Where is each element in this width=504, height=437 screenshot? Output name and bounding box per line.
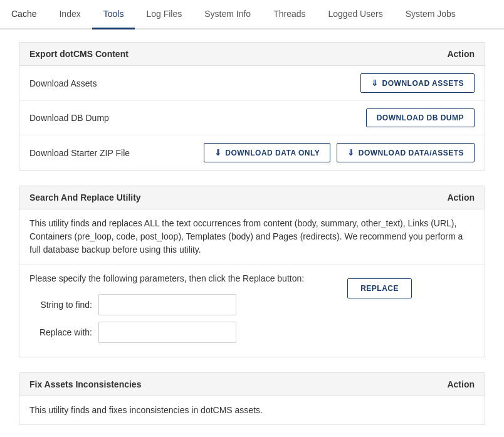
string-to-find-label: String to find: [29, 300, 98, 310]
tab-cache[interactable]: Cache [0, 0, 48, 29]
download-starter-zip-actions: ⇓ DOWNLOAD DATA ONLY ⇓ DOWNLOAD DATA/ASS… [204, 143, 475, 162]
search-replace-form-inner: Please specify the following parameters,… [29, 272, 475, 349]
replace-button[interactable]: REPLACE [347, 278, 412, 298]
tab-system-info[interactable]: System Info [193, 0, 262, 29]
download-db-dump-actions: DOWNLOAD DB DUMP [366, 108, 475, 127]
fix-assets-action-label: Action [447, 379, 475, 389]
string-to-find-row: String to find: [29, 294, 347, 315]
download-data-only-icon: ⇓ [214, 148, 222, 157]
download-data-only-label: DOWNLOAD DATA ONLY [225, 149, 320, 157]
download-icon: ⇓ [371, 78, 379, 88]
main-content: Export dotCMS Content Action Download As… [0, 29, 504, 437]
download-assets-button-label: DOWNLOAD ASSETS [382, 79, 464, 88]
tab-system-jobs[interactable]: System Jobs [394, 0, 467, 29]
search-replace-fields: Please specify the following parameters,… [29, 272, 347, 349]
download-data-assets-icon: ⇓ [347, 148, 355, 157]
download-starter-zip-label: Download Starter ZIP File [29, 148, 130, 158]
search-replace-action-label: Action [447, 192, 475, 203]
replace-with-row: Replace with: [29, 322, 347, 343]
export-action-label: Action [447, 49, 475, 59]
search-replace-section-header: Search And Replace Utility Action [19, 186, 485, 209]
replace-button-area: REPLACE [347, 272, 475, 298]
fix-assets-description: This utility finds and fixes inconsisten… [19, 396, 485, 424]
tab-index[interactable]: Index [48, 0, 92, 29]
tab-log-files[interactable]: Log Files [135, 0, 193, 29]
tab-bar: Cache Index Tools Log Files System Info … [0, 0, 504, 29]
fix-assets-section-header: Fix Assets Inconsistencies Action [19, 373, 485, 396]
export-section-header: Export dotCMS Content Action [19, 43, 485, 66]
search-replace-title: Search And Replace Utility [29, 192, 141, 203]
download-assets-actions: ⇓ DOWNLOAD ASSETS [360, 73, 475, 93]
export-section: Export dotCMS Content Action Download As… [19, 42, 485, 171]
download-db-dump-label: Download DB Dump [29, 113, 109, 123]
download-db-dump-row: Download DB Dump DOWNLOAD DB DUMP [19, 101, 485, 135]
download-data-only-button[interactable]: ⇓ DOWNLOAD DATA ONLY [204, 143, 331, 162]
search-replace-form-intro: Please specify the following parameters,… [29, 272, 347, 285]
download-data-assets-label: DOWNLOAD DATA/ASSETS [359, 149, 464, 157]
tab-tools[interactable]: Tools [92, 0, 135, 29]
download-starter-zip-row: Download Starter ZIP File ⇓ DOWNLOAD DAT… [19, 135, 485, 170]
fix-assets-title: Fix Assets Inconsistencies [29, 379, 141, 389]
download-assets-button[interactable]: ⇓ DOWNLOAD ASSETS [360, 73, 475, 93]
replace-with-input[interactable] [98, 322, 236, 343]
download-data-assets-button[interactable]: ⇓ DOWNLOAD DATA/ASSETS [337, 143, 475, 162]
search-replace-form: Please specify the following parameters,… [19, 265, 485, 357]
download-db-dump-button-label: DOWNLOAD DB DUMP [377, 113, 464, 122]
search-replace-description: This utility finds and replaces ALL the … [19, 209, 485, 265]
string-to-find-input[interactable] [98, 294, 236, 315]
export-section-title: Export dotCMS Content [29, 49, 129, 59]
download-assets-row: Download Assets ⇓ DOWNLOAD ASSETS [19, 66, 485, 101]
tab-threads[interactable]: Threads [262, 0, 317, 29]
replace-with-label: Replace with: [29, 327, 98, 337]
download-db-dump-button[interactable]: DOWNLOAD DB DUMP [366, 108, 475, 127]
tab-logged-users[interactable]: Logged Users [317, 0, 394, 29]
search-replace-section: Search And Replace Utility Action This u… [19, 186, 485, 357]
download-assets-label: Download Assets [29, 78, 97, 88]
fix-assets-section: Fix Assets Inconsistencies Action This u… [19, 372, 485, 425]
